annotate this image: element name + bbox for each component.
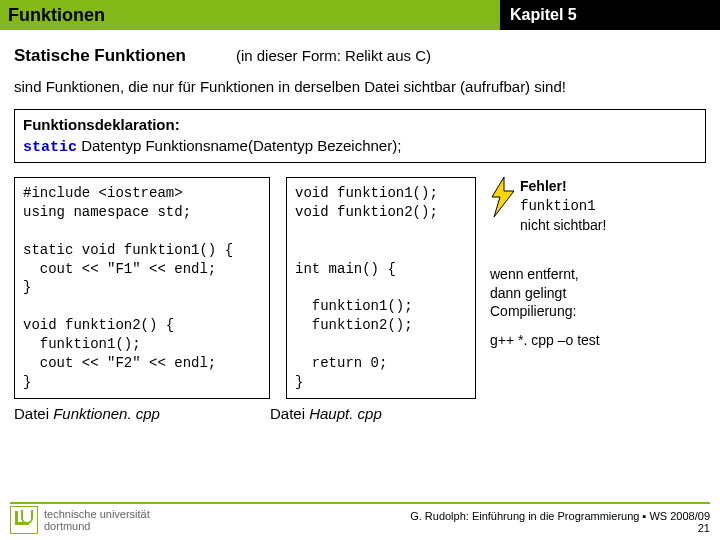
footer-page: 21: [410, 522, 710, 534]
section-title: Statische Funktionen: [14, 46, 186, 66]
caption-file-2: Haupt. cpp: [309, 405, 382, 422]
caption-functions: Datei Funktionen. cpp: [14, 405, 270, 422]
header-title: Funktionen: [0, 5, 105, 26]
university-logo: technische universität dortmund: [10, 506, 150, 534]
chapter-bar: Kapitel 5: [500, 0, 720, 30]
hint-line-3: Compilierung:: [490, 302, 606, 321]
error-function: funktion1: [520, 198, 596, 214]
code-box-main: void funktion1(); void funktion2(); int …: [286, 177, 476, 399]
footer: G. Rudolph: Einführung in die Programmie…: [410, 510, 710, 534]
footer-line: G. Rudolph: Einführung in die Programmie…: [410, 510, 710, 522]
compile-command: g++ *. cpp –o test: [490, 331, 606, 350]
declaration-rest: Datentyp Funktionsname(Datentyp Bezeichn…: [77, 137, 401, 154]
error-label: Fehler!: [520, 178, 567, 194]
logo-line-2: dortmund: [44, 520, 150, 532]
section-body: sind Funktionen, die nur für Funktionen …: [14, 78, 706, 95]
declaration-title: Funktionsdeklaration:: [23, 116, 697, 133]
keyword-static: static: [23, 139, 77, 156]
code-box-functions: #include <iostream> using namespace std;…: [14, 177, 270, 399]
hint-line-2: dann gelingt: [490, 284, 606, 303]
caption-prefix-2: Datei: [270, 405, 309, 422]
section-note: (in dieser Form: Relikt aus C): [236, 47, 431, 64]
caption-main: Datei Haupt. cpp: [270, 405, 476, 422]
svg-marker-0: [492, 177, 514, 217]
logo-line-1: technische universität: [44, 508, 150, 520]
lightning-icon: [490, 177, 516, 217]
caption-prefix-1: Datei: [14, 405, 53, 422]
caption-file-1: Funktionen. cpp: [53, 405, 160, 422]
declaration-box: Funktionsdeklaration: static Datentyp Fu…: [14, 109, 706, 163]
error-rest: nicht sichtbar!: [520, 216, 606, 235]
hint-line-1: wenn entfernt,: [490, 265, 606, 284]
